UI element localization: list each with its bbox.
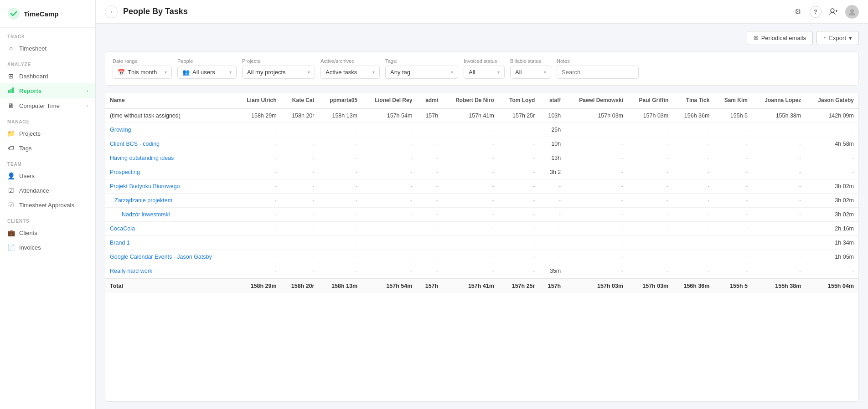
cell-value: -	[714, 151, 752, 165]
export-button[interactable]: ↑ Export ▾	[816, 31, 859, 45]
table-row: Growing-------25h------	[105, 123, 858, 137]
task-link[interactable]: Really hard work	[110, 268, 152, 274]
cell-value: 157h 25r	[499, 108, 540, 123]
sidebar-sections: TRACK ○ Timesheet ANALYZE ⊞ Dashboard Re…	[0, 28, 95, 255]
cell-value: -	[236, 165, 281, 179]
cell-value: -	[565, 123, 628, 137]
tags-select[interactable]: Any tag ▾	[385, 66, 458, 79]
export-icon: ↑	[823, 35, 827, 41]
cell-value: -	[714, 250, 752, 264]
sidebar-collapse-button[interactable]: ‹	[105, 5, 118, 18]
add-user-icon[interactable]	[827, 5, 840, 18]
cell-value: -	[417, 236, 443, 250]
data-table-container: Name Liam Ulrich Kate Cat ppmarta05 Lion…	[105, 92, 859, 402]
cell-value: -	[499, 179, 540, 194]
cell-value: -	[714, 179, 752, 194]
cell-value: -	[417, 151, 443, 165]
col-admi: admi	[417, 92, 443, 108]
cell-value: -	[673, 208, 714, 222]
sidebar-item-computer-time[interactable]: 🖥 Computer Time ›	[0, 98, 95, 113]
settings-icon[interactable]: ⚙	[791, 5, 804, 18]
cell-value: -	[236, 250, 281, 264]
sidebar-item-dashboard[interactable]: ⊞ Dashboard	[0, 69, 95, 83]
sidebar-item-reports[interactable]: Reports ›	[0, 83, 95, 98]
sidebar-item-clients[interactable]: 💼 Clients	[0, 225, 95, 240]
people-label: People	[177, 58, 237, 64]
task-link[interactable]: Growing	[110, 127, 131, 133]
sidebar-item-attendance[interactable]: ☑ Attendance	[0, 183, 95, 198]
sidebar-item-label: Reports	[19, 87, 41, 94]
people-select[interactable]: 👥 All users ▾	[177, 66, 237, 79]
task-link[interactable]: Zarządzanie projektem	[114, 197, 172, 204]
cell-value: -	[673, 123, 714, 137]
cell-value: -	[362, 137, 417, 151]
cell-value: -	[628, 165, 673, 179]
cell-value: -	[565, 264, 628, 279]
cell-value: 157h 54m	[362, 108, 417, 123]
invoiced-status-select[interactable]: All ▾	[464, 66, 505, 79]
sidebar-item-tags[interactable]: 🏷 Tags	[0, 141, 95, 155]
notes-search-input[interactable]	[557, 66, 639, 79]
table-row: CocaCola-------------2h 16m	[105, 222, 858, 236]
date-range-select[interactable]: 📅 This month ▾	[113, 66, 172, 79]
task-link[interactable]: Brand 1	[110, 240, 130, 246]
cell-value: -	[806, 165, 858, 179]
computer-icon: 🖥	[7, 102, 15, 109]
sidebar-item-users[interactable]: 👤 Users	[0, 169, 95, 183]
periodical-emails-button[interactable]: ✉ Periodical emails	[747, 31, 813, 45]
sidebar-item-label: Invoices	[19, 244, 41, 251]
topbar-icons: ⚙ ?	[791, 5, 859, 19]
task-link[interactable]: Client BCS - coding	[110, 141, 160, 147]
people-value: All users	[192, 69, 215, 76]
active-archived-select[interactable]: Active tasks ▾	[320, 66, 380, 79]
section-label-manage: MANAGE	[0, 113, 95, 126]
table-row: Zarządzanie projektem-------------3h 02m	[105, 194, 858, 208]
cell-value: -	[752, 222, 806, 236]
cell-value: -	[673, 165, 714, 179]
avatar[interactable]	[845, 5, 859, 19]
col-lionel-del-rey: Lionel Del Rey	[362, 92, 417, 108]
task-link[interactable]: Projekt Budynku Biurowego	[110, 183, 180, 189]
svg-rect-1	[8, 90, 10, 93]
sidebar-item-timesheet[interactable]: ○ Timesheet	[0, 41, 95, 56]
sidebar-item-invoices[interactable]: 📄 Invoices	[0, 240, 95, 255]
task-link[interactable]: Having outstanding ideas	[110, 155, 174, 161]
projects-select[interactable]: All my projects ▾	[242, 66, 315, 79]
projects-filter: Projects All my projects ▾	[242, 58, 315, 79]
cell-value: -	[417, 137, 443, 151]
cell-value: -	[714, 236, 752, 250]
table-row: Brand 1-------------1h 34m	[105, 236, 858, 250]
row-name: Brand 1	[105, 236, 236, 250]
chevron-right-icon: ›	[87, 103, 88, 108]
cell-value: -	[499, 165, 540, 179]
billable-status-select[interactable]: All ▾	[510, 66, 551, 79]
sidebar-item-projects[interactable]: 📁 Projects	[0, 126, 95, 141]
cell-value: 4h 58m	[806, 137, 858, 151]
cell-value: 3h 02m	[806, 208, 858, 222]
help-icon[interactable]: ?	[810, 6, 822, 18]
cell-value: 3h 02m	[806, 194, 858, 208]
cell-value: -	[539, 222, 565, 236]
cell-value: -	[673, 222, 714, 236]
sidebar-item-timesheet-approvals[interactable]: ☑ Timesheet Approvals	[0, 198, 95, 212]
chevron-right-icon: ›	[87, 88, 88, 93]
svg-point-7	[850, 9, 854, 13]
task-link[interactable]: CocaCola	[110, 225, 135, 232]
cell-value: 158h 13m	[319, 108, 362, 123]
row-name: Projekt Budynku Biurowego	[105, 179, 236, 194]
total-staff: 157h	[539, 278, 565, 293]
task-link[interactable]: Prospecting	[110, 169, 140, 175]
cell-value: -	[499, 151, 540, 165]
cell-value: -	[417, 264, 443, 279]
cell-value: -	[319, 236, 362, 250]
total-pawel: 157h 03m	[565, 278, 628, 293]
cell-value: -	[565, 137, 628, 151]
cell-value: -	[443, 194, 499, 208]
task-link[interactable]: Google Calendar Events - Jason Gatsby	[110, 254, 212, 260]
clients-icon: 💼	[7, 229, 15, 236]
cell-value: -	[752, 194, 806, 208]
task-link[interactable]: Nadzór inwestorski	[122, 211, 170, 218]
cell-value: 1h 05m	[806, 250, 858, 264]
cell-value: -	[236, 179, 281, 194]
cell-value: -	[673, 250, 714, 264]
